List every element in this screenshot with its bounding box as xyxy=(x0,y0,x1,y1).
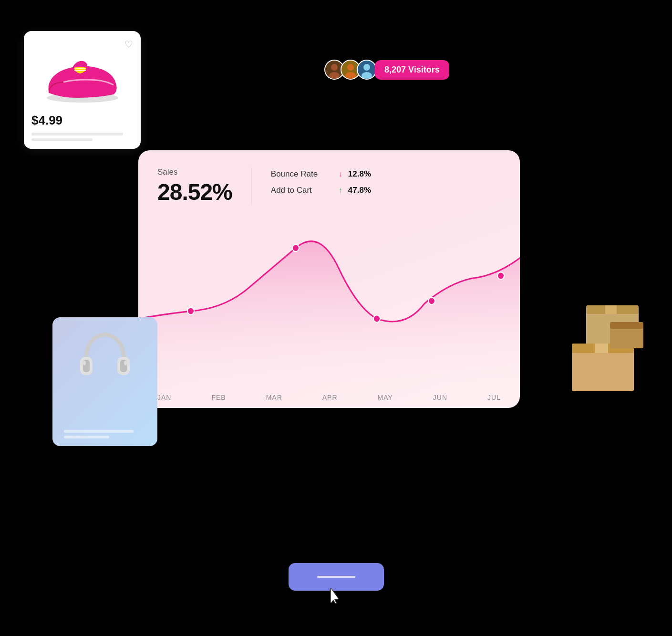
bounce-rate-row: Bounce Rate ↓ 12.8% xyxy=(271,169,501,179)
stats-row: Sales 28.52% Bounce Rate ↓ 12.8% Add to … xyxy=(138,150,520,205)
card-line-1 xyxy=(31,133,123,136)
chart-panel: Sales 28.52% Bounce Rate ↓ 12.8% Add to … xyxy=(138,150,520,408)
add-to-cart-label: Add to Cart xyxy=(271,186,333,195)
svg-point-17 xyxy=(124,361,127,365)
x-label-apr: APR xyxy=(322,394,338,401)
bounce-rate-arrow: ↓ xyxy=(339,170,342,178)
svg-rect-25 xyxy=(610,322,643,329)
sales-label: Sales xyxy=(157,167,232,177)
visitors-count: 8,207 Visitors xyxy=(375,60,449,80)
x-label-feb: FEB xyxy=(211,394,226,401)
avatar-3 xyxy=(357,60,377,80)
card-line-2 xyxy=(31,138,93,141)
chart-point-mar xyxy=(292,244,299,251)
x-axis: JAN FEB MAR APR MAY JUN JUL xyxy=(138,394,520,401)
chart-point-jun xyxy=(428,297,435,304)
headphones-card-lines xyxy=(60,430,150,438)
x-label-may: MAY xyxy=(378,394,393,401)
boxes-group xyxy=(558,296,653,403)
add-to-cart-row: Add to Cart ↑ 47.8% xyxy=(271,186,501,195)
avatar-group xyxy=(324,60,377,80)
x-label-jan: JAN xyxy=(157,394,171,401)
x-label-mar: MAR xyxy=(266,394,282,401)
x-label-jun: JUN xyxy=(433,394,447,401)
sales-value: 28.52% xyxy=(157,179,232,205)
bounce-rate-label: Bounce Rate xyxy=(271,169,333,179)
chart-point-apr xyxy=(373,315,380,323)
sales-stat: Sales 28.52% xyxy=(157,167,252,205)
favorite-icon[interactable]: ♡ xyxy=(124,39,133,50)
shoe-image xyxy=(40,50,125,107)
cursor-icon xyxy=(327,587,341,607)
stats-right: Bounce Rate ↓ 12.8% Add to Cart ↑ 47.8% xyxy=(252,167,501,195)
price-label: $4.99 xyxy=(31,113,133,128)
chart-point-jan xyxy=(187,308,194,315)
svg-point-10 xyxy=(363,64,370,71)
headphones-image xyxy=(74,325,136,396)
visitors-badge: 8,207 Visitors xyxy=(324,60,449,80)
svg-point-7 xyxy=(347,64,354,71)
svg-point-16 xyxy=(83,361,86,365)
add-to-cart-value: 47.8% xyxy=(348,186,371,195)
chart-area xyxy=(138,208,520,379)
bounce-rate-value: 12.8% xyxy=(348,169,371,179)
svg-point-26 xyxy=(569,392,636,400)
shoes-product-card: ♡ $4.99 xyxy=(24,31,141,149)
svg-rect-23 xyxy=(595,344,608,353)
x-label-jul: JUL xyxy=(487,394,501,401)
button-line xyxy=(317,576,355,578)
svg-point-4 xyxy=(331,64,338,71)
svg-rect-20 xyxy=(605,305,617,314)
headphones-product-card xyxy=(52,317,157,446)
add-to-cart-arrow: ↑ xyxy=(339,186,342,195)
chart-point-jul xyxy=(497,272,504,280)
